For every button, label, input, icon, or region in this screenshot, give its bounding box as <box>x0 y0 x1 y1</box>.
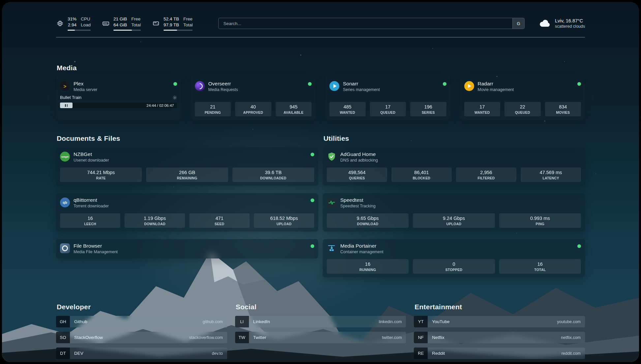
cpu-load: 2.94 <box>68 22 76 28</box>
service-description: Media File Management <box>74 250 118 255</box>
stat-latency: 47.569 ms LATENCY <box>521 167 581 182</box>
section-title-social: Social <box>236 303 406 311</box>
bookmark-domain: reddit.com <box>562 351 581 356</box>
status-dot-online <box>443 82 446 86</box>
bookmark-domain: linkedin.com <box>379 319 402 324</box>
section-title-documents: Documents & Files <box>57 135 318 142</box>
cpu-percent: 31% <box>68 16 76 22</box>
playback-progress-bar[interactable]: 24:44 / 02:06:47 <box>60 103 177 108</box>
bookmark-domain: twitter.com <box>382 335 402 340</box>
stat-download: 9.65 Gbps DOWNLOAD <box>327 213 409 228</box>
sonarr-icon <box>329 81 339 91</box>
bookmark-domain: youtube.com <box>557 319 581 324</box>
service-card-nzbget[interactable]: nzbget NZBGet Usenet downloader 744.21 M… <box>56 147 318 186</box>
cpu-label: CPU <box>81 16 91 22</box>
stat-pending: 21 PENDING <box>195 102 231 116</box>
bookmark-twitter[interactable]: TW Twitter twitter.com <box>235 332 406 343</box>
stat-rate: 744.21 Mbps RATE <box>60 167 142 182</box>
service-description: Torrent downloader <box>74 204 109 209</box>
bookmark-netflix[interactable]: NF Netflix netflix.com <box>414 332 585 343</box>
pause-icon[interactable] <box>60 103 73 108</box>
disk-total: 97.9 TB <box>164 22 179 28</box>
search-provider-button[interactable]: G <box>512 18 524 29</box>
bookmark-reddit[interactable]: RE Reddit reddit.com <box>414 348 585 359</box>
disk-free: 52.4 TB <box>164 16 179 22</box>
search-bar: G <box>218 18 525 29</box>
disk-widget: 52.4 TB 97.9 TB Free Total <box>152 16 193 31</box>
bookmark-name: StackOverflow <box>74 335 103 340</box>
service-name: Overseerr <box>208 80 238 87</box>
memory-progress-bar <box>113 30 141 31</box>
bookmark-linkedin[interactable]: LI LinkedIn linkedin.com <box>235 316 406 327</box>
nzbget-icon: nzbget <box>60 152 70 162</box>
bookmark-domain: netflix.com <box>561 335 581 340</box>
bookmark-name: Twitter <box>253 335 266 340</box>
stat-leech: 16 LEECH <box>60 213 120 228</box>
section-title-entertainment: Entertainment <box>414 303 585 311</box>
service-card-filebrowser[interactable]: File Browser Media File Management <box>56 239 318 258</box>
service-name: qBittorrent <box>74 197 109 203</box>
status-dot-online <box>311 244 314 248</box>
stat-available: 945 AVAILABLE <box>276 102 312 116</box>
bookmark-abbr: RE <box>414 348 428 359</box>
bookmark-stackoverflow[interactable]: SO StackOverflow stackoverflow.com <box>56 332 227 343</box>
section-utilities: Utilities AdGuard Home DNS and adblockin… <box>323 135 585 277</box>
stat-stopped: 0 STOPPED <box>413 259 495 274</box>
bookmark-github[interactable]: GH Github github.com <box>56 316 227 327</box>
stat-seed: 471 SEED <box>189 213 250 228</box>
bookmark-abbr: YT <box>414 316 428 327</box>
header-divider <box>56 37 585 38</box>
weather-widget: Lviv, 16.87°C scattered clouds <box>539 18 585 29</box>
dashboard-screen: 31% 2.94 CPU Load <box>2 2 639 362</box>
stat-queued: 22 QUEUED <box>504 102 541 116</box>
cloud-icon <box>539 19 551 28</box>
plex-icon: > <box>60 81 70 91</box>
status-dot-online <box>308 82 312 86</box>
service-card-overseerr[interactable]: Overseerr Media Requests 21 PENDING 40 A… <box>191 77 316 120</box>
service-card-plex[interactable]: > Plex Media server Bullet Train <box>56 77 181 120</box>
adguard-shield-icon <box>327 152 337 162</box>
bookmark-group-developer: Developer GH Github github.com SO StackO… <box>56 303 227 359</box>
stat-wanted: 17 WANTED <box>464 102 501 116</box>
service-description: Movie management <box>478 87 514 93</box>
overseerr-icon <box>195 81 205 91</box>
status-dot-online <box>577 244 581 248</box>
section-documents: Documents & Files nzbget NZBGet Usenet d… <box>56 135 318 277</box>
service-card-adguard[interactable]: AdGuard Home DNS and adblocking 498,564 … <box>323 147 585 186</box>
bookmark-dev[interactable]: DT DEV dev.to <box>56 348 227 359</box>
service-description: Container management <box>340 250 383 255</box>
bookmark-youtube[interactable]: YT YouTube youtube.com <box>414 316 585 327</box>
memory-widget: 21 GiB 64 GiB Free Total <box>102 16 141 31</box>
settings-gear-icon[interactable] <box>172 95 177 100</box>
stat-upload: 9.24 Gbps UPLOAD <box>413 213 495 228</box>
memory-total: 64 GiB <box>113 22 127 28</box>
service-card-speedtest[interactable]: Speedtest Speedtest Tracking 9.65 Gbps D… <box>323 193 585 231</box>
dashboard-content: 31% 2.94 CPU Load <box>2 2 639 362</box>
topbar: 31% 2.94 CPU Load <box>56 14 585 33</box>
service-description: Usenet downloader <box>74 158 109 163</box>
bookmark-name: LinkedIn <box>253 319 270 324</box>
stat-remaining: 266 GB REMAINING <box>146 167 228 182</box>
playback-time: 24:44 / 02:06:47 <box>146 104 174 107</box>
stat-download: 1.19 Gbps DOWNLOAD <box>125 213 185 228</box>
now-playing-title: Bullet Train <box>60 95 81 100</box>
service-card-sonarr[interactable]: Sonarr Series management 485 WANTED 17 Q… <box>325 77 450 120</box>
bookmark-group-entertainment: Entertainment YT YouTube youtube.com NF … <box>414 303 585 359</box>
bookmark-abbr: LI <box>235 316 249 327</box>
qbittorrent-icon: qb <box>60 197 70 207</box>
stat-running: 16 RUNNING <box>327 259 409 274</box>
memory-total-label: Total <box>131 22 141 28</box>
service-card-radarr[interactable]: Radarr Movie management 17 WANTED 22 QUE… <box>460 77 585 120</box>
speedtest-pulse-icon <box>327 197 337 207</box>
radarr-icon <box>464 81 474 91</box>
stat-approved: 40 APPROVED <box>235 102 271 116</box>
service-card-qbittorrent[interactable]: qb qBittorrent Torrent downloader 16 LEE… <box>56 193 318 231</box>
search-input[interactable] <box>219 21 512 26</box>
service-card-portainer[interactable]: Media Portainer Container management 16 … <box>323 239 585 277</box>
service-description: Media Requests <box>208 87 238 93</box>
disk-free-label: Free <box>183 16 193 22</box>
service-name: File Browser <box>74 243 118 249</box>
service-description: Media server <box>74 87 97 93</box>
cpu-widget: 31% 2.94 CPU Load <box>56 16 91 31</box>
filebrowser-icon <box>60 243 70 253</box>
